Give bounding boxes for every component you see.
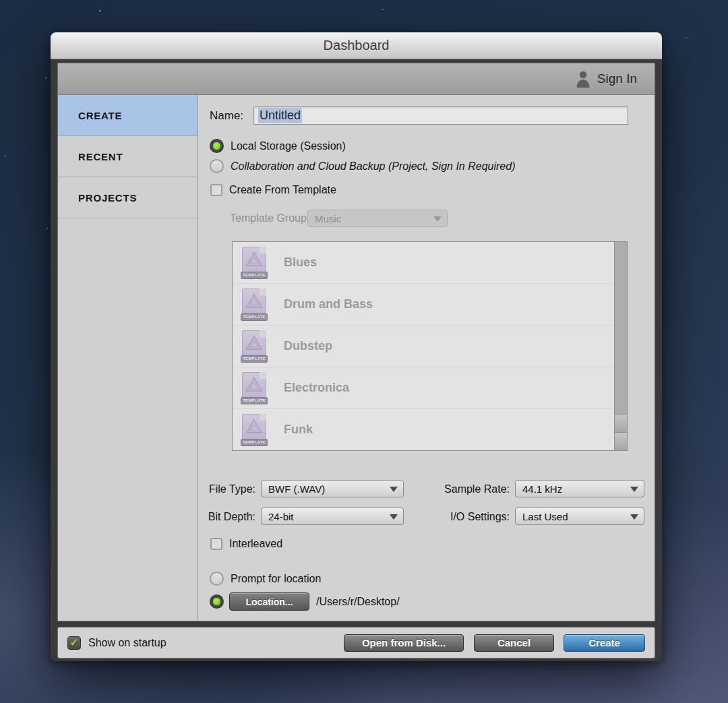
file-type-value: BWF (.WAV) <box>268 483 325 495</box>
main-panel: Sign In CREATE RECENT PROJECTS Name: Unt… <box>57 63 655 621</box>
template-file-icon: TEMPLATE <box>241 288 268 321</box>
template-row-drum-and-bass[interactable]: TEMPLATE Drum and Bass <box>233 284 627 326</box>
show-on-startup-option[interactable]: ✓ Show on startup <box>67 636 344 650</box>
sample-rate-dropdown[interactable]: 44.1 kHz <box>515 480 644 497</box>
name-input[interactable]: Untitled <box>253 106 628 125</box>
show-on-startup-checkbox[interactable]: ✓ <box>67 636 81 650</box>
window-title: Dashboard <box>324 38 390 53</box>
interleaved-option[interactable]: Interleaved <box>210 538 282 550</box>
location-radio[interactable] <box>210 594 224 609</box>
location-button[interactable]: Location... <box>229 592 309 611</box>
dashboard-window: Dashboard Sign In CREATE RECENT PROJECTS… <box>51 32 662 661</box>
name-label: Name: <box>210 109 243 123</box>
chevron-down-icon <box>630 514 638 520</box>
template-row-funk[interactable]: TEMPLATE Funk <box>233 409 627 451</box>
local-storage-label: Local Storage (Session) <box>231 140 346 152</box>
sign-in-button[interactable]: Sign In <box>597 71 637 86</box>
template-row-electronica[interactable]: TEMPLATE Electronica <box>233 367 627 409</box>
template-group-label: Template Group: <box>230 212 309 224</box>
template-name: Electronica <box>284 381 349 395</box>
sidebar: CREATE RECENT PROJECTS <box>58 95 198 621</box>
template-name: Blues <box>284 255 317 270</box>
bottom-bar: ✓ Show on startup Open from Disk... Canc… <box>57 627 655 659</box>
prompt-for-location-option[interactable]: Prompt for location <box>210 572 321 586</box>
io-settings-label: I/O Settings: <box>413 511 510 523</box>
template-group-dropdown[interactable]: Music <box>307 210 448 227</box>
create-from-template-label: Create From Template <box>229 184 336 196</box>
cancel-button[interactable]: Cancel <box>474 634 554 652</box>
template-list-scrollbar[interactable] <box>614 242 627 450</box>
name-value-selected-text: Untitled <box>258 108 302 123</box>
interleaved-label: Interleaved <box>229 538 282 550</box>
interleaved-checkbox[interactable] <box>210 538 222 550</box>
sample-rate-label: Sample Rate: <box>413 483 510 495</box>
bit-depth-value: 24-bit <box>268 511 294 522</box>
chevron-down-icon <box>390 514 398 520</box>
create-from-template-option[interactable]: Create From Template <box>210 184 336 196</box>
chevron-down-icon <box>390 487 398 492</box>
template-name: Dubstep <box>284 339 332 353</box>
checkmark-icon: ✓ <box>69 636 78 649</box>
local-storage-radio[interactable] <box>210 139 224 153</box>
collaboration-label: Collaboration and Cloud Backup (Project,… <box>231 160 515 173</box>
file-type-dropdown[interactable]: BWF (.WAV) <box>261 480 404 497</box>
bit-depth-label: Bit Depth: <box>159 511 255 523</box>
collaboration-radio[interactable] <box>210 159 224 173</box>
template-file-icon: TEMPLATE <box>241 414 268 446</box>
chevron-down-icon <box>630 487 638 492</box>
template-name: Funk <box>284 423 313 437</box>
desktop-stars <box>99 10 100 11</box>
scroll-down-button[interactable] <box>615 432 627 450</box>
prompt-for-location-label: Prompt for location <box>231 573 321 585</box>
local-storage-option[interactable]: Local Storage (Session) <box>210 139 346 153</box>
io-settings-value: Last Used <box>522 511 568 522</box>
open-from-disk-button[interactable]: Open from Disk... <box>344 634 464 652</box>
sample-rate-value: 44.1 kHz <box>522 483 562 495</box>
panel-header: Sign In <box>58 63 655 95</box>
window-titlebar[interactable]: Dashboard <box>51 32 662 59</box>
template-name: Drum and Bass <box>284 297 373 311</box>
template-row-blues[interactable]: TEMPLATE Blues <box>233 242 627 284</box>
template-file-icon: TEMPLATE <box>241 247 268 279</box>
show-on-startup-label: Show on startup <box>88 637 166 649</box>
create-button[interactable]: Create <box>564 634 645 652</box>
template-row-dubstep[interactable]: TEMPLATE Dubstep <box>233 326 627 367</box>
template-list[interactable]: TEMPLATE Blues TEMPLATE Drum and Bass <box>232 241 628 451</box>
sidebar-item-recent[interactable]: RECENT <box>58 136 198 177</box>
location-path: /Users/r/Desktop/ <box>316 596 400 608</box>
location-option[interactable]: Location... /Users/r/Desktop/ <box>210 592 400 611</box>
collaboration-option[interactable]: Collaboration and Cloud Backup (Project,… <box>210 159 515 173</box>
sidebar-item-projects[interactable]: PROJECTS <box>58 177 198 218</box>
chevron-down-icon <box>433 216 442 222</box>
prompt-for-location-radio[interactable] <box>210 572 224 586</box>
bit-depth-dropdown[interactable]: 24-bit <box>261 508 404 525</box>
template-file-icon: TEMPLATE <box>241 372 268 404</box>
file-type-label: File Type: <box>159 483 255 495</box>
template-group-value: Music <box>315 213 341 224</box>
sidebar-item-create[interactable]: CREATE <box>58 95 198 136</box>
create-from-template-checkbox[interactable] <box>210 184 222 196</box>
scroll-up-button[interactable] <box>615 414 627 432</box>
io-settings-dropdown[interactable]: Last Used <box>515 508 644 525</box>
template-file-icon: TEMPLATE <box>241 330 268 363</box>
user-icon <box>575 70 591 88</box>
